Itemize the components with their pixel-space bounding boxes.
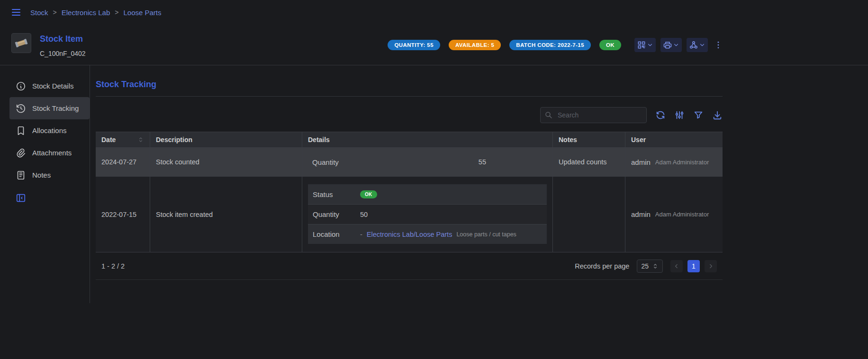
sidebar-nav: Stock Details Stock Tracking Allocations: [9, 75, 90, 186]
stock-operations-button[interactable]: [687, 38, 708, 52]
page-titles: Stock Item C_100nF_0402: [40, 33, 86, 57]
column-header-description[interactable]: Description: [150, 132, 302, 147]
stock-item-name: C_100nF_0402: [40, 50, 86, 57]
detail-quantity: Quantity 55: [308, 158, 547, 166]
sidebar-collapse-button[interactable]: [16, 193, 26, 203]
filter-icon: [693, 110, 704, 120]
topbar: Stock > Electronics Lab > Loose Parts: [0, 0, 868, 25]
quantity-badge: QUANTITY: 55: [388, 40, 440, 50]
cell-date: 2024-07-27: [96, 148, 150, 176]
info-circle-icon: [16, 81, 26, 91]
chevron-down-icon: [673, 42, 679, 48]
page-size-value: 25: [641, 262, 649, 270]
detail-status: Status OK: [308, 184, 547, 204]
detail-label: Location: [313, 230, 360, 238]
filter-button[interactable]: [693, 110, 704, 120]
breadcrumb-stock[interactable]: Stock: [30, 9, 48, 17]
barcode-actions-button[interactable]: [634, 38, 656, 52]
pagination-prev-button[interactable]: [670, 260, 683, 272]
detail-value: 55: [479, 158, 486, 166]
record-range: 1 - 2 / 2: [101, 262, 125, 270]
search-input[interactable]: [540, 107, 647, 123]
notes-icon: [16, 170, 26, 180]
bookmark-icon: [16, 126, 26, 136]
sidebar-item-label: Attachments: [32, 149, 72, 157]
detail-label: Status: [313, 190, 360, 198]
body-row: Stock Details Stock Tracking Allocations: [0, 65, 868, 303]
column-header-notes[interactable]: Notes: [552, 132, 625, 147]
section-divider: [96, 96, 723, 97]
column-header-label: User: [631, 136, 646, 144]
chevron-right-icon: [707, 263, 714, 269]
column-header-details[interactable]: Details: [302, 132, 552, 147]
breadcrumb-separator: >: [115, 9, 118, 16]
refresh-icon: [655, 110, 666, 120]
page-title: Stock Item: [40, 34, 86, 44]
cell-details: Quantity 55: [302, 148, 552, 176]
sidebar-item-attachments[interactable]: Attachments: [9, 142, 90, 164]
page-size-select[interactable]: 25: [637, 260, 663, 273]
download-icon: [712, 110, 723, 120]
cell-user: admin Adam Administrator: [625, 148, 723, 176]
cell-details: Status OK Quantity 50 Location - Electro…: [302, 177, 552, 252]
user-fullname: Adam Administrator: [655, 159, 709, 166]
print-actions-button[interactable]: [660, 38, 682, 52]
column-header-user[interactable]: User: [625, 132, 723, 147]
detail-label: Quantity: [313, 210, 360, 218]
main-content: Stock Tracking: [90, 65, 723, 303]
status-badges: QUANTITY: 55 AVAILABLE: 5 BATCH CODE: 20…: [388, 40, 621, 50]
sidebar-item-label: Stock Tracking: [32, 104, 79, 112]
cell-description: Stock counted: [150, 148, 302, 176]
search-box: [540, 107, 647, 123]
sort-icon: [137, 136, 144, 143]
user-fullname: Adam Administrator: [655, 211, 709, 218]
table-columns-button[interactable]: [674, 110, 685, 120]
pagination-next-button[interactable]: [705, 260, 717, 272]
chevron-down-icon: [647, 42, 653, 48]
breadcrumb-loose-parts[interactable]: Loose Parts: [123, 9, 161, 17]
sidebar-item-allocations[interactable]: Allocations: [9, 119, 90, 142]
available-badge: AVAILABLE: 5: [449, 40, 501, 50]
adjustments-icon: [674, 110, 685, 120]
sidebar-item-label: Notes: [32, 171, 51, 179]
printer-icon: [663, 40, 672, 50]
dots-vertical-icon: [714, 40, 723, 50]
breadcrumb-electronics-lab[interactable]: Electronics Lab: [62, 9, 110, 17]
table-row-stock-counted[interactable]: 2024-07-27 Stock counted Quantity 55 Upd…: [96, 148, 723, 177]
column-header-label: Details: [308, 136, 330, 144]
table-row-stock-item-created[interactable]: 2022-07-15 Stock item created Status OK …: [96, 177, 723, 252]
paperclip-icon: [16, 148, 26, 158]
download-button[interactable]: [712, 110, 723, 120]
search-icon: [544, 111, 553, 119]
stock-tracking-table: Date Description Details Notes User 2024…: [96, 132, 723, 280]
sidebar-item-stock-details[interactable]: Stock Details: [9, 75, 90, 97]
cell-description: Stock item created: [150, 177, 302, 252]
app-root: Stock > Electronics Lab > Loose Parts St…: [0, 0, 868, 303]
batch-code-badge: BATCH CODE: 2022-7-15: [509, 40, 591, 50]
chevron-down-icon: [699, 42, 705, 48]
stock-actions-icon: [689, 40, 698, 50]
table-toolbar: [96, 107, 723, 123]
cell-notes: [552, 177, 625, 252]
column-header-date[interactable]: Date: [96, 132, 150, 147]
header-action-buttons: [634, 38, 724, 52]
barcode-icon: [637, 40, 646, 50]
stock-item-thumbnail[interactable]: [11, 33, 31, 53]
hamburger-menu-button[interactable]: [9, 6, 23, 19]
overflow-menu-button[interactable]: [713, 38, 724, 52]
username: admin: [631, 210, 651, 218]
pagination-page-1[interactable]: 1: [687, 260, 700, 272]
sidebar-item-stock-tracking[interactable]: Stock Tracking: [9, 97, 90, 119]
location-link[interactable]: Electronics Lab/Loose Parts: [367, 231, 452, 238]
sidebar-collapse-icon: [16, 193, 26, 203]
cell-notes: Updated counts: [552, 148, 625, 176]
location-value: - Electronics Lab/Loose Parts Loose part…: [360, 231, 542, 238]
refresh-button[interactable]: [655, 110, 666, 120]
chevron-left-icon: [673, 263, 680, 269]
page-header: Stock Item C_100nF_0402 QUANTITY: 55 AVA…: [0, 25, 735, 65]
column-header-label: Notes: [559, 136, 577, 144]
sidebar-item-notes[interactable]: Notes: [9, 164, 90, 186]
breadcrumb-separator: >: [53, 9, 57, 16]
location-dash: -: [360, 231, 362, 238]
username: admin: [631, 158, 651, 166]
